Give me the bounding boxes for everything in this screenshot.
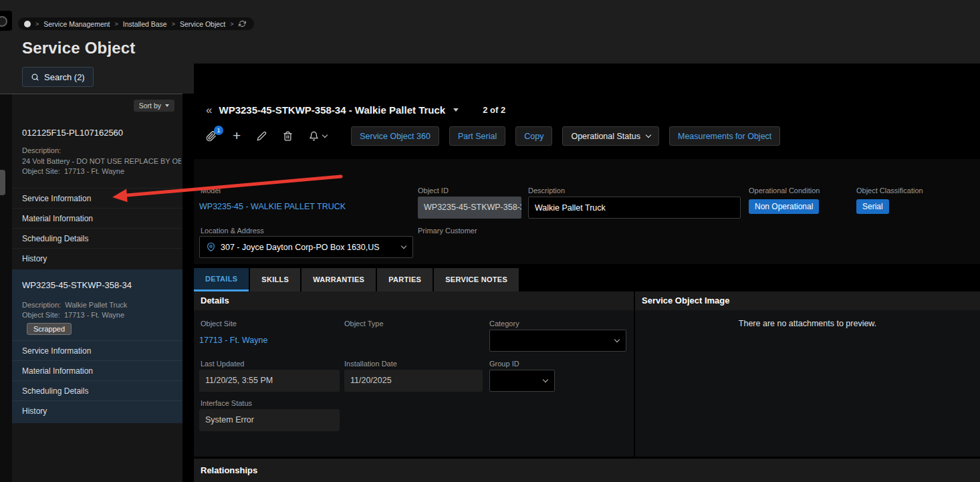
object-list-panel: Sort by 012125F15-PL107162560 Descriptio… bbox=[12, 94, 182, 482]
panel-collapse-handle[interactable] bbox=[0, 170, 5, 195]
breadcrumb-home-icon[interactable] bbox=[24, 21, 31, 27]
object-site-value: 17713 - Ft. Wayne bbox=[64, 311, 124, 319]
last-updated-label: Last Updated bbox=[201, 360, 244, 368]
chevron-down-icon bbox=[165, 104, 169, 107]
sidebar-link-service-information[interactable]: Service Information bbox=[12, 188, 182, 208]
collapse-double-chevron-icon[interactable]: « bbox=[206, 104, 212, 116]
operational-status-label: Operational Status bbox=[571, 132, 640, 141]
location-pin-icon bbox=[207, 243, 215, 251]
sort-by-button[interactable]: Sort by bbox=[134, 100, 174, 112]
app-logo[interactable] bbox=[0, 11, 12, 31]
tab-warranties[interactable]: WARRANTIES bbox=[301, 268, 376, 291]
group-id-select[interactable] bbox=[489, 370, 555, 392]
operational-condition-badge: Non Operational bbox=[749, 199, 819, 214]
breadcrumb-separator: > bbox=[230, 21, 233, 27]
page-title: Service Object bbox=[22, 39, 136, 57]
description-field[interactable]: Walkie Pallet Truck bbox=[528, 197, 741, 219]
group-id-label: Group ID bbox=[489, 360, 519, 368]
toolbar: 1 + Service Object 360 Part Serial Copy … bbox=[206, 126, 780, 146]
description-value: 24 Volt Battery - DO NOT USE REPLACE BY … bbox=[22, 157, 181, 165]
list-item-links: Service Information Material Information… bbox=[12, 188, 182, 268]
sort-by-label: Sort by bbox=[139, 102, 161, 110]
tab-service-notes[interactable]: SERVICE NOTES bbox=[434, 268, 519, 291]
breadcrumb-item-service-object[interactable]: Service Object bbox=[180, 20, 225, 28]
description-label: Description bbox=[528, 187, 565, 195]
list-item-selected[interactable]: WP3235-45-STKWP-358-34 Description: Walk… bbox=[12, 269, 182, 423]
sidebar-link-history[interactable]: History bbox=[12, 248, 182, 268]
tab-skills[interactable]: SKILLS bbox=[250, 268, 300, 291]
sidebar-link-material-information[interactable]: Material Information bbox=[12, 208, 182, 228]
main-panel: « WP3235-45-STKWP-358-34 - Walkie Pallet… bbox=[194, 64, 980, 482]
app-root: > Service Management > Installed Base > … bbox=[0, 0, 980, 482]
no-attachments-message: There are no attachments to preview. bbox=[635, 319, 980, 328]
refresh-icon[interactable] bbox=[239, 20, 246, 27]
location-select-value: 307 - Joyce Dayton Corp-PO Box 1630,US bbox=[221, 243, 380, 252]
sidebar-link-scheduling-details[interactable]: Scheduling Details bbox=[12, 228, 182, 248]
sidebar-link-scheduling-details[interactable]: Scheduling Details bbox=[12, 380, 182, 400]
primary-customer-label: Primary Customer bbox=[418, 227, 477, 235]
edit-icon[interactable] bbox=[257, 131, 267, 141]
relationships-section-header: Relationships bbox=[194, 459, 980, 482]
image-panel-header: Service Object Image bbox=[635, 291, 980, 310]
sidebar-link-material-information[interactable]: Material Information bbox=[12, 360, 182, 380]
location-address-label: Location & Address bbox=[201, 227, 264, 235]
tab-details[interactable]: DETAILS bbox=[194, 268, 249, 291]
model-link[interactable]: WP3235-45 - WALKIE PALLET TRUCK bbox=[199, 202, 346, 211]
search-icon bbox=[31, 73, 39, 82]
measurements-for-object-button[interactable]: Measurements for Object bbox=[669, 126, 780, 146]
object-title: WP3235-45-STKWP-358-34 - Walkie Pallet T… bbox=[219, 104, 445, 116]
list-item-title[interactable]: WP3235-45-STKWP-358-34 bbox=[22, 280, 132, 290]
category-label: Category bbox=[489, 320, 519, 328]
copy-button[interactable]: Copy bbox=[515, 126, 552, 146]
attachments-icon[interactable]: 1 bbox=[206, 131, 217, 142]
add-icon[interactable]: + bbox=[233, 128, 241, 142]
list-item[interactable]: 012125F15-PL107162560 Description: 24 Vo… bbox=[12, 122, 182, 268]
object-site-line: Object Site: 17713 - Ft. Wayne bbox=[22, 311, 181, 319]
notifications-icon[interactable] bbox=[309, 131, 327, 141]
tab-bar: DETAILS SKILLS WARRANTIES PARTIES SERVIC… bbox=[194, 268, 519, 291]
description-value: Walkie Pallet Truck bbox=[65, 301, 127, 309]
breadcrumb-separator: > bbox=[172, 21, 175, 27]
attachment-count-badge: 1 bbox=[214, 126, 223, 135]
topbar: > Service Management > Installed Base > … bbox=[0, 0, 980, 64]
chevron-down-icon bbox=[322, 132, 328, 137]
sidebar-link-service-information[interactable]: Service Information bbox=[12, 340, 182, 360]
model-label: Model bbox=[201, 187, 221, 195]
location-select[interactable]: 307 - Joyce Dayton Corp-PO Box 1630,US bbox=[199, 236, 413, 258]
search-button-label: Search (2) bbox=[44, 72, 85, 82]
delete-icon[interactable] bbox=[283, 131, 293, 141]
category-select[interactable] bbox=[489, 330, 626, 352]
record-pager: 2 of 2 bbox=[483, 105, 505, 115]
search-button[interactable]: Search (2) bbox=[22, 67, 94, 87]
service-object-image-panel: Service Object Image There are no attach… bbox=[635, 291, 980, 457]
breadcrumb-item-service-management[interactable]: Service Management bbox=[43, 20, 110, 28]
last-updated-field[interactable]: 11/20/25, 3:55 PM bbox=[199, 370, 340, 392]
service-object-360-button[interactable]: Service Object 360 bbox=[351, 126, 439, 146]
list-item-title[interactable]: 012125F15-PL107162560 bbox=[22, 128, 123, 138]
chevron-down-icon bbox=[543, 376, 548, 382]
object-site-label: Object Site: bbox=[22, 167, 60, 175]
object-title-dropdown-icon[interactable] bbox=[453, 108, 459, 112]
object-site-label: Object Site bbox=[201, 320, 237, 328]
toolbar-buttons: Service Object 360 Part Serial Copy Oper… bbox=[351, 126, 780, 146]
object-id-label: Object ID bbox=[418, 187, 449, 195]
left-rail bbox=[0, 94, 12, 482]
tab-parties[interactable]: PARTIES bbox=[377, 268, 433, 291]
object-site-link[interactable]: 17713 - Ft. Wayne bbox=[199, 336, 267, 345]
breadcrumb-item-installed-base[interactable]: Installed Base bbox=[123, 20, 167, 28]
chevron-down-icon bbox=[614, 336, 620, 342]
interface-status-field[interactable]: System Error bbox=[199, 409, 340, 431]
operational-condition-label: Operational Condition bbox=[749, 187, 820, 195]
description-line: Description: Walkie Pallet Truck bbox=[22, 301, 181, 309]
part-serial-button[interactable]: Part Serial bbox=[449, 126, 505, 146]
object-summary: Model WP3235-45 - WALKIE PALLET TRUCK Ob… bbox=[194, 159, 980, 264]
object-id-field[interactable]: WP3235-45-STKWP-358-34 bbox=[418, 197, 521, 219]
object-site-value: 17713 - Ft. Wayne bbox=[64, 167, 124, 175]
chevron-down-icon bbox=[401, 243, 406, 248]
operational-status-button[interactable]: Operational Status bbox=[562, 126, 659, 146]
sidebar-link-history[interactable]: History bbox=[12, 400, 182, 420]
installation-date-field[interactable]: 11/20/2025 bbox=[344, 370, 483, 392]
relationships-title: Relationships bbox=[201, 465, 257, 475]
status-badge: Scrapped bbox=[27, 323, 72, 335]
object-site-line: Object Site: 17713 - Ft. Wayne bbox=[22, 167, 181, 175]
